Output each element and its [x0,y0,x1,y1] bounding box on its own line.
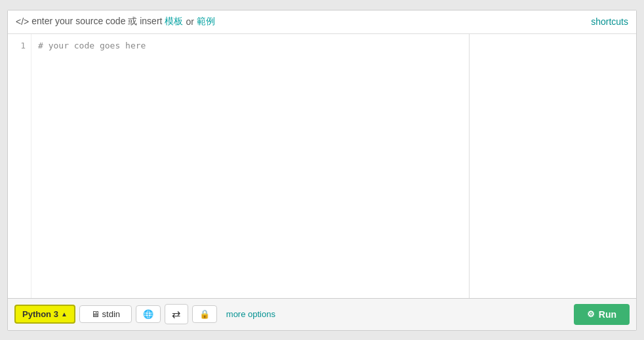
hint-or: or [186,16,193,27]
code-area: 1 # your code goes here [8,34,470,298]
output-panel [470,34,636,298]
globe-button[interactable]: 🌐 [136,305,161,323]
lock-icon: 🔒 [199,309,210,319]
lang-arrow-icon: ▲ [61,311,68,318]
code-icon: </> [16,16,29,27]
code-editor[interactable]: # your code goes here [31,34,469,298]
editor-footer: Python 3 ▲ 🖥 stdin 🌐 ⇄ 🔒 more options ⚙ … [8,298,636,330]
more-options-link[interactable]: more options [221,306,281,322]
template-link[interactable]: 模板 [165,16,183,28]
editor-header: </> enter your source code 或 insert 模板 o… [8,10,636,34]
language-label: Python 3 [22,309,58,319]
hint-text: enter your source code 或 insert [31,16,162,28]
gear-icon: ⚙ [587,309,595,319]
example-link[interactable]: 範例 [197,16,215,28]
line-numbers: 1 [8,34,31,298]
shortcuts-link[interactable]: shortcuts [591,16,628,27]
run-button[interactable]: ⚙ Run [574,304,630,325]
code-placeholder-line: # your code goes here [38,39,462,53]
editor-container: </> enter your source code 或 insert 模板 o… [7,10,637,331]
globe-icon: 🌐 [143,309,153,319]
stdin-button[interactable]: 🖥 stdin [79,305,132,323]
link-icon: ⇄ [172,308,180,320]
link-button[interactable]: ⇄ [165,304,188,324]
monitor-icon: 🖥 [91,309,100,319]
lock-button[interactable]: 🔒 [192,305,217,323]
language-selector-button[interactable]: Python 3 ▲ [14,305,75,324]
line-number-1: 1 [8,39,31,53]
run-label: Run [599,309,616,320]
editor-body: 1 # your code goes here [8,34,636,298]
stdin-label: stdin [102,309,120,319]
header-hint: </> enter your source code 或 insert 模板 o… [16,16,215,28]
